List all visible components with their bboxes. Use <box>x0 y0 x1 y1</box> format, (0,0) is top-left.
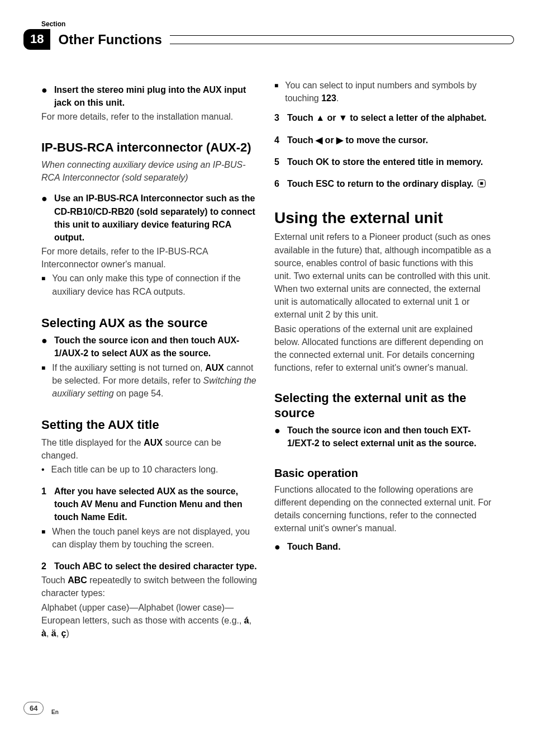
text-span: Touch <box>41 575 68 585</box>
step-bold-text: Touch OK to store the entered title in m… <box>287 155 483 168</box>
body-text: External unit refers to a Pioneer produc… <box>274 230 492 321</box>
label-123: 123 <box>321 93 336 103</box>
step-number: 2 <box>41 560 46 574</box>
bullet-bold-text: Touch Band. <box>287 540 341 553</box>
body-text: For more details, refer to the installat… <box>41 110 259 123</box>
bullet-select-aux: ● Touch the source icon and then touch A… <box>41 334 259 401</box>
bullet-bold-text: Insert the stereo mini plug into the AUX… <box>54 83 259 109</box>
heading-aux2: AUX-2 <box>210 140 247 154</box>
bullet-icon: ● <box>41 334 47 361</box>
step-number: 5 <box>274 155 279 169</box>
step-number: 1 <box>41 485 46 525</box>
heading-text: IP-BUS-RCA interconnector ( <box>41 140 210 154</box>
body-text: The title displayed for the AUX source c… <box>41 436 259 462</box>
aux-label: AUX <box>144 438 163 447</box>
header-rule <box>170 35 514 44</box>
step-3: 3 Touch ▲ or ▼ to select a letter of the… <box>274 111 492 125</box>
text-span: The title displayed for the <box>41 438 144 447</box>
svg-rect-1 <box>480 182 483 185</box>
accent-char: ä <box>51 629 56 638</box>
accent-char: à <box>41 629 46 638</box>
bullet-bold-text: Touch the source icon and then touch EXT… <box>287 424 492 450</box>
bullet-touch-band: ● Touch Band. <box>274 540 492 554</box>
step-6: 6 Touch ESC to return to the ordinary di… <box>274 177 492 191</box>
step-bold-text: Touch ▲ or ▼ to select a letter of the a… <box>287 111 487 124</box>
accent-char: á <box>244 616 249 625</box>
page-number-badge: 64 <box>23 702 44 715</box>
small-bullet-icon: ■ <box>41 361 45 401</box>
body-text: Basic operations of the external unit ar… <box>274 323 492 375</box>
text-span: You can select to input numbers and symb… <box>285 81 477 103</box>
abc-label: ABC <box>68 575 87 585</box>
heading-ipbus: IP-BUS-RCA interconnector (AUX-2) <box>41 140 259 155</box>
bullet-bold-text: Use an IP-BUS-RCA Interconnector such as… <box>54 192 259 244</box>
page-header: 18 Other Functions <box>41 29 492 50</box>
text-span: Alphabet (upper case)—Alphabet (lower ca… <box>41 603 244 625</box>
disc-bullet: • <box>41 463 45 476</box>
heading-select-aux: Selecting AUX as the source <box>41 316 259 330</box>
heading-text-post: ) <box>247 140 251 154</box>
text-span: . <box>336 93 339 103</box>
heading-basic-operation: Basic operation <box>274 467 492 480</box>
bullet-select-external: ● Touch the source icon and then touch E… <box>274 424 492 451</box>
body-text: Each title can be up to 10 characters lo… <box>51 463 218 476</box>
small-bullet-icon: ■ <box>41 525 45 552</box>
note-123: ■ You can select to input numbers and sy… <box>274 79 492 106</box>
step-1: 1 After you have selected AUX as the sou… <box>41 485 259 525</box>
aux-label: AUX <box>205 363 224 372</box>
subtitle-italic: When connecting auxiliary device using a… <box>41 158 259 184</box>
section-label: Section <box>41 20 492 28</box>
step-bold-text: After you have selected AUX as the sourc… <box>54 485 259 524</box>
step-number: 4 <box>274 134 279 148</box>
bullet-icon: ● <box>41 192 47 245</box>
body-text: Alphabet (upper case)—Alphabet (lower ca… <box>41 601 259 640</box>
heading-external-unit: Using the external unit <box>274 209 492 227</box>
step-2: 2 Touch ABC to select the desired charac… <box>41 560 259 574</box>
bullet-icon: ● <box>274 540 280 554</box>
small-bullet-icon: ■ <box>41 272 45 299</box>
step-bold-text: Touch ABC to select the desired characte… <box>54 560 257 573</box>
sub-note: When the touch panel keys are not displa… <box>52 525 259 551</box>
bullet-insert-plug: ● Insert the stereo mini plug into the A… <box>41 83 259 124</box>
body-text: Functions allocated to the following ope… <box>274 483 492 535</box>
sub-note: You can only make this type of connectio… <box>52 272 259 297</box>
text-span: , <box>56 629 61 638</box>
heading-select-external: Selecting the external unit as the sourc… <box>274 391 492 420</box>
bullet-bold-text: Touch the source icon and then touch AUX… <box>54 334 259 360</box>
heading-aux-title: Setting the AUX title <box>41 418 259 432</box>
text-span: , <box>46 629 51 638</box>
text-span: ) <box>66 629 69 638</box>
end-section-icon <box>477 179 486 188</box>
text-span: , <box>249 616 251 625</box>
step-number: 6 <box>274 177 279 191</box>
text-span: Touch ESC to return to the ordinary disp… <box>287 179 474 188</box>
body-text: You can select to input numbers and symb… <box>285 79 492 105</box>
sub-note: If the auxiliary setting is not turned o… <box>52 361 259 400</box>
step-4: 4 Touch ◀ or ▶ to move the cursor. <box>274 134 492 148</box>
text-span: If the auxiliary setting is not turned o… <box>52 363 205 372</box>
left-column: ● Insert the stereo mini plug into the A… <box>41 79 259 641</box>
bullet-icon: ● <box>274 424 280 451</box>
chapter-title: Other Functions <box>58 32 161 48</box>
right-column: ■ You can select to input numbers and sy… <box>274 79 492 641</box>
body-text: For more details, refer to the IP-BUS-RC… <box>41 245 259 271</box>
text-span: on page 54. <box>114 389 164 398</box>
step-number: 3 <box>274 111 279 125</box>
section-number-badge: 18 <box>23 29 50 50</box>
content-columns: ● Insert the stereo mini plug into the A… <box>41 79 492 641</box>
language-label: En <box>51 709 59 715</box>
step-bold-text: Touch ◀ or ▶ to move the cursor. <box>287 134 428 147</box>
bullet-icon: ● <box>41 83 47 110</box>
small-bullet-icon: ■ <box>274 79 278 106</box>
accent-char: ç <box>61 629 66 638</box>
bullet-ipbus-connector: ● Use an IP-BUS-RCA Interconnector such … <box>41 192 259 299</box>
step-5: 5 Touch OK to store the entered title in… <box>274 155 492 169</box>
step-bold-text: Touch ESC to return to the ordinary disp… <box>287 177 486 190</box>
body-text: Touch ABC repeatedly to switch between t… <box>41 574 259 599</box>
